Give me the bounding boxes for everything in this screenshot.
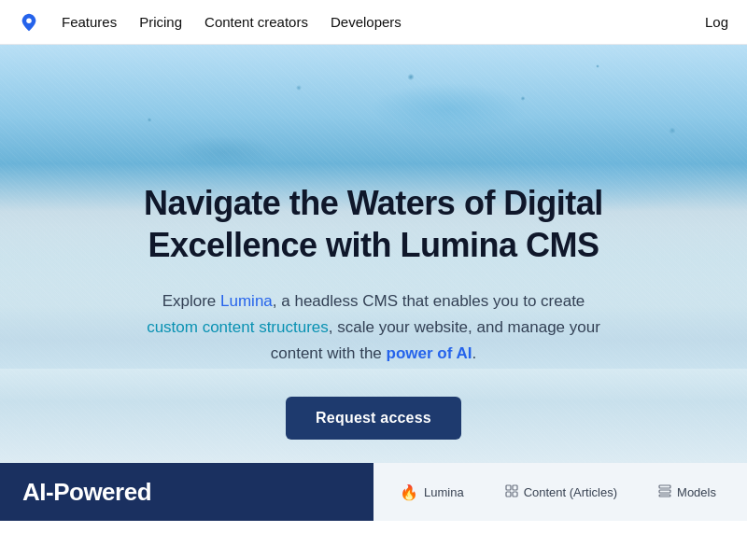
svg-rect-3 (506, 492, 511, 497)
tab-content-label: Content (Articles) (524, 485, 617, 499)
lumina-link[interactable]: Lumina (220, 292, 273, 310)
flame-icon: 🔥 (400, 483, 418, 501)
hero-title: Navigate the Waters of Digital Excellenc… (56, 182, 691, 266)
navbar: Features Pricing Content creators Develo… (0, 0, 747, 45)
svg-point-0 (26, 18, 32, 23)
custom-structures-link[interactable]: custom content structures (147, 318, 329, 336)
svg-rect-4 (513, 492, 517, 497)
svg-rect-5 (659, 485, 670, 488)
svg-rect-2 (513, 485, 517, 490)
brand-icon (19, 12, 39, 33)
bottom-bar-title: AI-Powered (22, 478, 151, 507)
nav-links: Features Pricing Content creators Develo… (62, 14, 705, 30)
bottom-bar-left: AI-Powered (0, 463, 374, 521)
tab-models[interactable]: Models (647, 479, 727, 506)
svg-rect-1 (506, 485, 511, 490)
bottom-bar: AI-Powered 🔥 Lumina Content (Articles) (0, 463, 747, 521)
models-icon (658, 484, 671, 500)
nav-link-features[interactable]: Features (62, 14, 117, 30)
hero-section: Navigate the Waters of Digital Excellenc… (0, 45, 747, 521)
bottom-bar-tabs: 🔥 Lumina Content (Articles) (374, 463, 747, 521)
content-icon (505, 484, 518, 500)
request-access-button[interactable]: Request access (286, 397, 461, 440)
tab-lumina[interactable]: 🔥 Lumina (388, 478, 475, 507)
power-ai-link[interactable]: power of AI (387, 344, 472, 362)
svg-rect-7 (659, 495, 670, 497)
nav-link-pricing[interactable]: Pricing (139, 14, 182, 30)
tab-lumina-label: Lumina (424, 485, 464, 499)
navbar-right: Log (705, 14, 728, 30)
brand[interactable] (19, 12, 39, 33)
hero-subtitle: Explore Lumina, a headless CMS that enab… (140, 288, 607, 367)
svg-rect-6 (659, 490, 670, 493)
tab-models-label: Models (677, 485, 716, 499)
login-link[interactable]: Log (705, 14, 728, 30)
nav-link-developers[interactable]: Developers (331, 14, 402, 30)
tab-content-articles[interactable]: Content (Articles) (494, 479, 628, 506)
hero-content: Navigate the Waters of Digital Excellenc… (0, 163, 747, 458)
nav-link-content-creators[interactable]: Content creators (204, 14, 308, 30)
